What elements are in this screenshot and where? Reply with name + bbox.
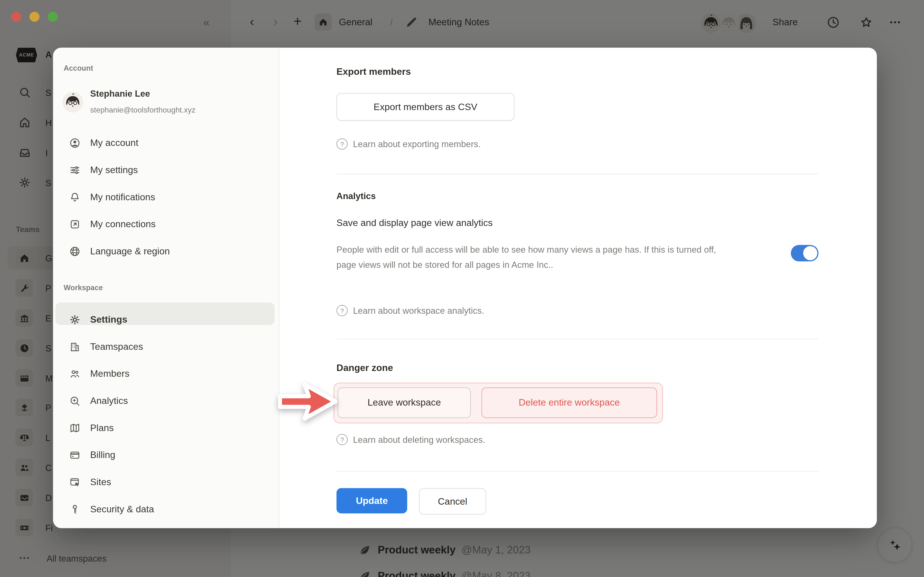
- browser-cursor-icon: [69, 476, 81, 488]
- nav-item-label: My notifications: [90, 191, 155, 203]
- nav-item-settings[interactable]: Settings: [53, 308, 279, 332]
- nav-item-analytics[interactable]: Analytics: [53, 389, 279, 413]
- learn-exporting-label: Learn about exporting members.: [353, 139, 481, 149]
- help-icon: ?: [336, 139, 348, 150]
- toggle-knob: [803, 246, 817, 260]
- nav-item-label: Members: [90, 368, 129, 380]
- export-members-heading: Export members: [336, 67, 411, 77]
- account-section-label: Account: [63, 64, 93, 73]
- nav-item-label: Security & data: [90, 503, 154, 515]
- delete-workspace-button[interactable]: Delete entire workspace: [481, 387, 657, 418]
- learn-deleting-label: Learn about deleting workspaces.: [353, 434, 485, 445]
- nav-item-language-region[interactable]: Language & region: [53, 240, 279, 263]
- nav-item-label: Settings: [90, 314, 128, 326]
- learn-deleting-link[interactable]: ? Learn about deleting workspaces.: [336, 434, 485, 445]
- nav-item-members[interactable]: Members: [53, 362, 279, 386]
- analytics-section-heading: Analytics: [336, 191, 376, 201]
- nav-item-billing[interactable]: Billing: [53, 443, 279, 467]
- update-label: Update: [356, 495, 388, 506]
- export-members-csv-label: Export members as CSV: [374, 102, 477, 112]
- user-name: Stephanie Lee: [90, 88, 150, 98]
- cancel-label: Cancel: [438, 496, 467, 506]
- sliders-icon: [69, 164, 81, 176]
- user-email: stephanie@toolsforthought.xyz: [90, 105, 195, 114]
- close-button[interactable]: [11, 12, 21, 22]
- nav-item-my-settings[interactable]: My settings: [53, 158, 279, 182]
- analytics-setting-title: Save and display page view analytics: [336, 218, 493, 228]
- nav-item-label: Teamspaces: [90, 341, 143, 353]
- nav-item-sites[interactable]: Sites: [53, 471, 279, 494]
- nav-item-label: My account: [90, 137, 138, 149]
- help-icon: ?: [336, 434, 348, 445]
- learn-analytics-link[interactable]: ? Learn about workspace analytics.: [336, 305, 484, 316]
- settings-nav: Account Stephanie Lee stephanie@toolsfor…: [53, 48, 279, 528]
- export-members-csv-button[interactable]: Export members as CSV: [336, 93, 514, 121]
- nav-item-security-data[interactable]: Security & data: [53, 497, 279, 521]
- user-circle-icon: [69, 137, 81, 149]
- settings-modal: Account Stephanie Lee stephanie@toolsfor…: [53, 48, 877, 528]
- nav-item-teamspaces[interactable]: Teamspaces: [53, 335, 279, 358]
- nav-item-plans[interactable]: Plans: [53, 416, 279, 440]
- gear-icon: [69, 314, 81, 326]
- screen: ACME A S H I S Teams G P E S M P L: [0, 0, 924, 577]
- analytics-toggle[interactable]: [791, 245, 819, 261]
- workspace-section-label: Workspace: [63, 284, 103, 292]
- divider: [336, 338, 818, 339]
- nav-item-my-account[interactable]: My account: [53, 131, 279, 155]
- nav-item-label: Plans: [90, 422, 114, 434]
- window-controls: [11, 12, 58, 22]
- search-sparkle-icon: [69, 395, 81, 407]
- minimize-button[interactable]: [29, 12, 39, 22]
- credit-card-icon: [69, 449, 81, 461]
- map-icon: [69, 422, 81, 434]
- user-avatar: [63, 92, 82, 112]
- danger-zone-heading: Danger zone: [336, 363, 393, 373]
- globe-icon: [69, 245, 81, 257]
- divider: [336, 174, 818, 174]
- nav-item-identity-provisioning[interactable]: Identity & provisioning: [53, 524, 279, 528]
- nav-item-my-connections[interactable]: My connections: [53, 213, 279, 236]
- nav-item-label: My connections: [90, 219, 156, 230]
- nav-item-my-notifications[interactable]: My notifications: [53, 185, 279, 209]
- arrow-out-box-icon: [69, 219, 81, 230]
- divider: [336, 471, 818, 471]
- help-icon: ?: [336, 305, 348, 316]
- annotation-arrow-icon: [278, 379, 338, 424]
- analytics-setting-description: People with edit or full access will be …: [336, 242, 735, 272]
- delete-workspace-label: Delete entire workspace: [519, 397, 620, 408]
- zoom-button[interactable]: [48, 12, 58, 22]
- building-icon: [69, 341, 81, 353]
- bell-icon: [69, 191, 81, 203]
- learn-exporting-link[interactable]: ? Learn about exporting members.: [336, 139, 481, 150]
- nav-item-label: Analytics: [90, 395, 128, 407]
- cancel-button[interactable]: Cancel: [419, 488, 486, 514]
- leave-workspace-button[interactable]: Leave workspace: [338, 387, 471, 418]
- nav-item-label: Sites: [90, 476, 111, 488]
- people-icon: [69, 368, 81, 380]
- learn-analytics-label: Learn about workspace analytics.: [353, 306, 484, 316]
- key-icon: [69, 503, 81, 515]
- nav-item-label: Language & region: [90, 245, 170, 257]
- update-button[interactable]: Update: [336, 488, 407, 513]
- nav-item-label: Billing: [90, 449, 115, 461]
- leave-workspace-label: Leave workspace: [368, 397, 441, 408]
- nav-item-label: My settings: [90, 164, 138, 176]
